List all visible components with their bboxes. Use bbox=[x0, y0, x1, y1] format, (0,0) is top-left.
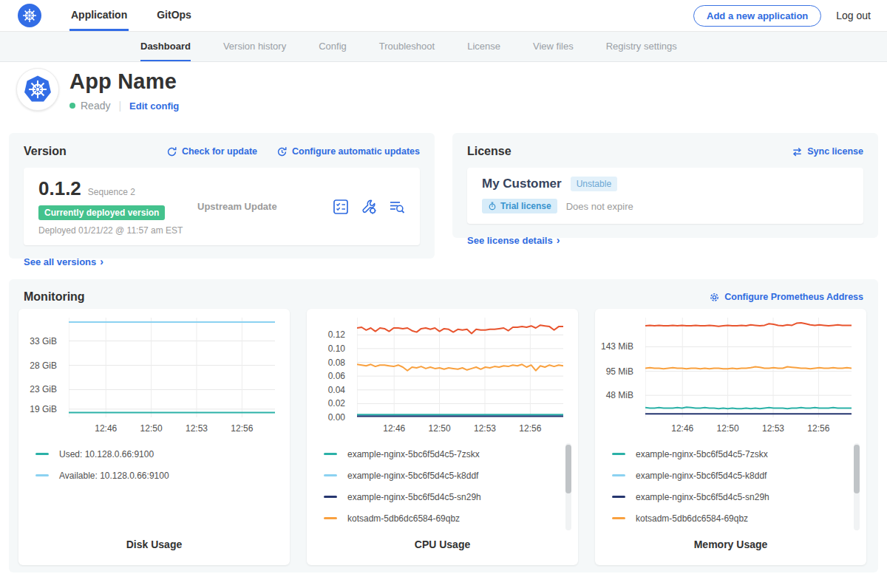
y-axis-label: 95 MiB bbox=[606, 366, 633, 377]
legend-scrollbar-thumb[interactable] bbox=[565, 445, 571, 493]
x-axis-label: 12:53 bbox=[762, 423, 784, 434]
top-tabs: Application GitOps bbox=[69, 0, 220, 31]
legend-label: example-nginx-5bc6f5d4c5-sn29h bbox=[347, 492, 481, 502]
sync-license-link[interactable]: Sync license bbox=[792, 146, 863, 157]
chevron-right-icon: › bbox=[100, 256, 103, 267]
kubernetes-app-icon bbox=[23, 75, 52, 104]
see-all-versions-link[interactable]: See all versions › bbox=[24, 256, 103, 267]
helm-wheel-icon bbox=[21, 7, 38, 24]
tab-gitops[interactable]: GitOps bbox=[155, 0, 193, 31]
preflight-checklist-icon[interactable] bbox=[333, 199, 349, 215]
legend-item: example-nginx-5bc6f5d4c5-sn29h bbox=[612, 492, 860, 502]
version-action-icons bbox=[321, 199, 405, 215]
x-axis-label: 12:46 bbox=[383, 423, 405, 434]
sync-arrows-icon bbox=[792, 146, 803, 157]
configure-prometheus-link[interactable]: Configure Prometheus Address bbox=[709, 292, 863, 303]
chevron-right-icon: › bbox=[557, 234, 560, 246]
chart-title: CPU Usage bbox=[307, 539, 578, 550]
tab-application[interactable]: Application bbox=[69, 0, 129, 31]
legend-color-dash bbox=[35, 453, 49, 455]
config-wrench-icon[interactable] bbox=[361, 199, 377, 215]
legend-color-dash bbox=[612, 517, 625, 519]
version-card-title: Version bbox=[24, 145, 67, 158]
x-axis-label: 12:56 bbox=[807, 423, 829, 434]
configure-automatic-updates-link[interactable]: Configure automatic updates bbox=[276, 146, 420, 157]
tab-application-label: Application bbox=[71, 9, 127, 21]
charts-row: 33 GiB28 GiB23 GiB19 GiB 12:4612:5012:53… bbox=[18, 309, 866, 565]
subnav-view-files[interactable]: View files bbox=[533, 32, 574, 61]
y-axis: 143 MiB95 MiB48 MiB bbox=[595, 318, 639, 417]
legend-color-dash bbox=[324, 496, 337, 498]
x-axis-label: 12:53 bbox=[474, 423, 496, 434]
license-card-title: License bbox=[467, 145, 512, 158]
see-all-versions-label: See all versions bbox=[24, 256, 96, 267]
license-card: License Sync license My Customer Unstabl… bbox=[452, 133, 878, 238]
legend-color-dash bbox=[324, 474, 337, 476]
y-axis-label: 0.10 bbox=[328, 343, 345, 354]
x-axis-label: 12:46 bbox=[95, 423, 117, 434]
refresh-icon bbox=[166, 146, 177, 157]
sequence-label: Sequence 2 bbox=[88, 187, 135, 197]
series-line bbox=[357, 364, 563, 370]
see-license-details-link[interactable]: See license details › bbox=[467, 234, 560, 246]
channel-badge: Unstable bbox=[571, 177, 617, 191]
subnav-config[interactable]: Config bbox=[319, 32, 347, 61]
legend-color-dash bbox=[324, 517, 337, 519]
line-chart-plot bbox=[69, 318, 275, 417]
y-axis-label: 28 GiB bbox=[30, 360, 57, 371]
legend-item: example-nginx-5bc6f5d4c5-7zskx bbox=[324, 449, 571, 459]
edit-config-link[interactable]: Edit config bbox=[129, 100, 179, 112]
license-card-header: License Sync license bbox=[467, 145, 863, 158]
legend-label: Available: 10.128.0.66:9100 bbox=[59, 471, 169, 481]
y-axis-label: 48 MiB bbox=[606, 390, 633, 400]
app-subnav: Dashboard Version history Config Trouble… bbox=[0, 32, 887, 62]
version-card-actions: Check for update Configure automatic upd… bbox=[147, 146, 420, 157]
x-axis-label: 12:56 bbox=[519, 423, 541, 434]
subnav-dashboard[interactable]: Dashboard bbox=[140, 32, 191, 61]
logout-link[interactable]: Log out bbox=[836, 10, 871, 21]
subnav-version-history[interactable]: Version history bbox=[223, 32, 286, 61]
page-title: App Name bbox=[69, 69, 179, 94]
topbar-actions: Add a new application Log out bbox=[693, 5, 887, 27]
add-application-button[interactable]: Add a new application bbox=[693, 5, 821, 27]
monitoring-section: Monitoring Configure Prometheus Address … bbox=[9, 279, 878, 572]
tab-gitops-label: GitOps bbox=[157, 9, 191, 21]
y-axis-label: 19 GiB bbox=[30, 404, 57, 414]
series-line bbox=[645, 367, 852, 369]
subnav-license[interactable]: License bbox=[467, 32, 500, 61]
deployed-version-badge: Currently deployed version bbox=[38, 205, 165, 220]
legend-scrollbar[interactable] bbox=[854, 443, 860, 530]
cpu-usage-chart-card: 0.120.100.080.060.040.020.00 12:4612:501… bbox=[307, 309, 578, 565]
license-panel: My Customer Unstable Trial license Does … bbox=[467, 168, 863, 224]
top-navigation-bar: Application GitOps Add a new application… bbox=[0, 0, 887, 32]
app-avatar bbox=[16, 68, 59, 111]
legend-color-dash bbox=[324, 453, 337, 455]
check-for-update-link[interactable]: Check for update bbox=[166, 146, 257, 157]
y-axis-label: 0.08 bbox=[328, 358, 345, 368]
legend-color-dash bbox=[612, 453, 625, 455]
series-line bbox=[645, 323, 852, 327]
divider: | bbox=[118, 100, 121, 112]
stopwatch-icon bbox=[488, 202, 497, 211]
plot-area-wrap: 143 MiB95 MiB48 MiB bbox=[595, 318, 866, 417]
y-axis-label: 0.12 bbox=[328, 329, 345, 340]
legend-item: example-nginx-5bc6f5d4c5-7zskx bbox=[612, 449, 860, 459]
plot-area-wrap: 0.120.100.080.060.040.020.00 bbox=[307, 318, 578, 417]
y-axis-label: 143 MiB bbox=[601, 341, 633, 352]
subnav-troubleshoot[interactable]: Troubleshoot bbox=[379, 32, 435, 61]
chart-title: Memory Usage bbox=[595, 539, 866, 550]
monitoring-header: Monitoring Configure Prometheus Address bbox=[24, 290, 863, 304]
y-axis-label: 33 GiB bbox=[30, 336, 57, 346]
subnav-registry-settings[interactable]: Registry settings bbox=[606, 32, 677, 61]
version-info: 0.1.2 Sequence 2 Currently deployed vers… bbox=[38, 177, 197, 236]
legend-item: Used: 10.128.0.66:9100 bbox=[35, 449, 283, 459]
legend-scrollbar-thumb[interactable] bbox=[854, 445, 860, 493]
check-for-update-label: Check for update bbox=[182, 146, 257, 157]
x-axis-label: 12:50 bbox=[429, 423, 451, 434]
y-axis-label: 0.06 bbox=[328, 371, 345, 381]
line-chart-plot bbox=[357, 318, 563, 417]
legend-label: example-nginx-5bc6f5d4c5-7zskx bbox=[636, 449, 768, 459]
legend-label: example-nginx-5bc6f5d4c5-7zskx bbox=[347, 449, 480, 459]
legend-scrollbar[interactable] bbox=[565, 443, 571, 530]
view-diff-icon[interactable] bbox=[389, 199, 405, 215]
